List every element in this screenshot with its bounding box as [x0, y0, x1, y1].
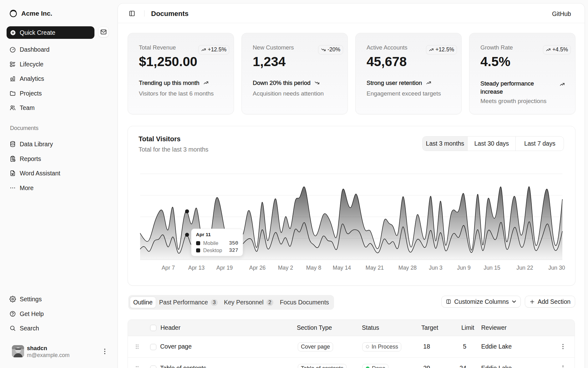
svg-text:Jun 22: Jun 22: [516, 265, 533, 271]
svg-text:Jun 15: Jun 15: [484, 265, 500, 271]
svg-text:May 8: May 8: [306, 265, 322, 271]
svg-text:Apr 7: Apr 7: [162, 265, 175, 271]
svg-text:Apr 19: Apr 19: [216, 265, 233, 271]
svg-text:May 21: May 21: [366, 265, 384, 271]
svg-text:Apr 26: Apr 26: [249, 265, 266, 271]
svg-text:Jun 9: Jun 9: [457, 265, 471, 271]
svg-text:May 2: May 2: [278, 265, 293, 271]
svg-text:May 14: May 14: [333, 265, 351, 271]
svg-text:Jun 30: Jun 30: [548, 265, 565, 271]
svg-text:Jun 3: Jun 3: [429, 265, 443, 271]
svg-text:Apr 13: Apr 13: [188, 265, 205, 271]
svg-text:May 28: May 28: [398, 265, 417, 271]
